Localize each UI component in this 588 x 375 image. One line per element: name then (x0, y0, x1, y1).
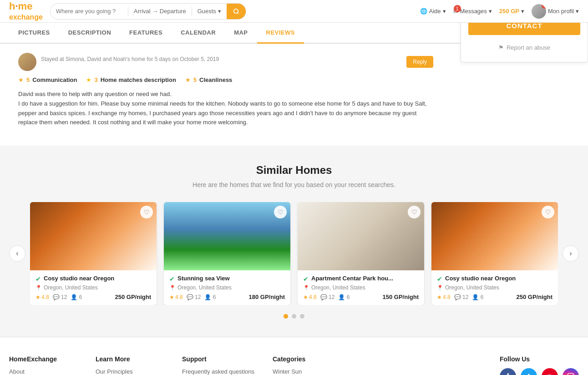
review-body: David was there to help with any questio… (18, 90, 433, 127)
date-range[interactable]: Arrival → Departure (128, 8, 192, 15)
tab-reviews[interactable]: REVIEWS (257, 23, 304, 44)
card-stats-3: ★ 4.8 💬 12 👤 6 (303, 294, 350, 300)
similar-homes-section: Similar Homes Here are the homes that we… (0, 146, 588, 337)
home-card-3[interactable]: ♡ ✔ Apartment Centar Park hou... 📍 Orego… (298, 202, 424, 305)
tab-map[interactable]: MAP (225, 23, 257, 44)
card-price-3: 150 GP/night (383, 294, 419, 300)
pinterest-button[interactable]: p (542, 368, 558, 375)
footer: HomeExchange About Jobs Blog Mobile apps… (0, 337, 588, 375)
flag-icon: ⚑ (498, 44, 504, 51)
search-button[interactable] (227, 3, 246, 20)
card-image-3: ♡ (298, 202, 424, 270)
messages-badge: 1 (454, 5, 461, 12)
header-nav: 🌐 Aide ▾ ✉ 1 Messages ▾ 250 GP ▾ 1 Mon p… (420, 4, 579, 19)
twitter-button[interactable]: t (521, 368, 537, 375)
similar-title: Similar Homes (9, 164, 579, 177)
tab-description[interactable]: DESCRIPTION (59, 23, 120, 44)
card-guests-4: 👤 6 (472, 294, 483, 300)
card-footer-1: ★ 4.8 💬 12 👤 6 250 GP/night (35, 294, 151, 300)
card-location-3: 📍 Oregon, United States (303, 284, 419, 291)
card-title-3: Apartment Centar Park hou... (311, 275, 393, 283)
card-location-4: 📍 Oregon, United States (437, 284, 553, 291)
report-abuse-link[interactable]: ⚑ Report an abuse (468, 41, 580, 55)
footer-link-faq[interactable]: Frequently asked questions (182, 368, 254, 375)
tab-calendar[interactable]: CALENDAR (172, 23, 225, 44)
dot-2[interactable] (292, 314, 296, 319)
gp-nav[interactable]: 250 GP ▾ (499, 8, 524, 15)
card-price-4: 250 GP/night (517, 294, 553, 300)
carousel-next-button[interactable]: › (563, 245, 579, 262)
carousel-prev-button[interactable]: ‹ (9, 245, 25, 262)
home-card-1[interactable]: ♡ ✔ Cosy studio near Oregon 📍 Oregon, Un… (30, 202, 157, 305)
favorite-button-4[interactable]: ♡ (542, 206, 554, 218)
guests-selector[interactable]: Guests ▾ (192, 8, 227, 15)
review-stayed-text: Stayed at Simona, David and Noah's home … (41, 56, 219, 62)
star-icon: ★ (18, 76, 24, 83)
card-guests-3: 👤 6 (338, 294, 350, 300)
instagram-button[interactable] (563, 368, 579, 375)
card-stats-4: ★ 4.8 💬 12 👤 6 (437, 294, 483, 300)
card-title-2: Stunning sea View (177, 275, 230, 283)
footer-link-winter[interactable]: Winter Sun (273, 368, 341, 375)
pin-icon-4: 📍 (437, 285, 443, 291)
logo[interactable]: h·me exchange (9, 1, 43, 21)
card-rating-4: ★ 4.8 (437, 294, 451, 300)
search-input[interactable] (51, 8, 128, 15)
footer-col-learn: Learn More Our Principles How it works G… (96, 355, 164, 375)
svg-rect-2 (568, 374, 573, 375)
review-ratings: ★ 5 Communication ★ 3 Home matches descr… (18, 76, 433, 83)
card-guests-1: 👤 6 (71, 294, 82, 300)
similar-subtitle: Here are the homes that we find for you … (9, 181, 579, 188)
card-price-2: 180 GP/night (249, 294, 285, 300)
card-reviews-4: 💬 12 (454, 294, 469, 300)
review-action-btn[interactable]: Reply (406, 56, 433, 68)
header: h·me exchange Arrival → Departure Guests… (0, 0, 588, 23)
card-stats-1: ★ 4.8 💬 12 👤 6 (35, 294, 82, 300)
tab-pictures[interactable]: PICTURES (9, 23, 59, 44)
rating-label-comm: Communication (32, 76, 77, 83)
card-footer-3: ★ 4.8 💬 12 👤 6 150 GP/night (303, 294, 419, 300)
footer-link-about[interactable]: About (9, 368, 77, 375)
reviewer-avatar (18, 53, 36, 71)
home-card-4[interactable]: ♡ ✔ Cosy studio near Oregon 📍 Oregon, Un… (431, 202, 558, 305)
footer-title-homeexchange: HomeExchange (9, 355, 77, 363)
card-body-3: ✔ Apartment Centar Park hou... 📍 Oregon,… (298, 270, 424, 305)
facebook-button[interactable]: f (500, 368, 516, 375)
rating-stars-match: 3 (94, 76, 97, 83)
aide-nav[interactable]: 🌐 Aide ▾ (420, 8, 446, 15)
carousel: ‹ ♡ ✔ Cosy studio near Oregon 📍 Oregon, … (9, 202, 579, 305)
footer-col-categories: Categories Winter Sun Trip to Europe Pet… (273, 355, 341, 375)
favorite-button-2[interactable]: ♡ (274, 206, 287, 218)
card-location-1: 📍 Oregon, United States (35, 284, 151, 291)
footer-link-principles[interactable]: Our Principles (96, 368, 164, 375)
footer-col-follow: Follow Us f t p (500, 355, 579, 375)
footer-title-categories: Categories (273, 355, 341, 363)
card-footer-4: ★ 4.8 💬 12 👤 6 250 GP/night (437, 294, 553, 300)
profile-nav[interactable]: 1 Mon profil ▾ (532, 4, 579, 19)
card-title-row-1: ✔ Cosy studio near Oregon (35, 275, 151, 283)
card-image-1: ♡ (30, 202, 157, 270)
dot-1[interactable] (284, 314, 288, 319)
footer-col-homeexchange: HomeExchange About Jobs Blog Mobile apps (9, 355, 77, 375)
tab-features[interactable]: FEATURES (120, 23, 172, 44)
messages-nav[interactable]: ✉ 1 Messages ▾ (453, 8, 492, 15)
svg-line-1 (238, 12, 239, 14)
card-title-4: Cosy studio near Oregon (445, 275, 516, 283)
home-card-2[interactable]: ♡ ✔ Stunning sea View 📍 Oregon, United S… (164, 202, 290, 305)
favorite-button-1[interactable]: ♡ (140, 206, 153, 218)
card-stats-2: ★ 4.8 💬 12 👤 6 (169, 294, 216, 300)
dot-3[interactable] (300, 314, 304, 319)
content-row: Stayed at Simona, David and Noah's home … (0, 44, 588, 137)
card-rating-2: ★ 4.8 (169, 294, 183, 300)
card-image-2: ♡ (164, 202, 290, 270)
verified-icon-1: ✔ (35, 275, 41, 283)
card-location-2: 📍 Oregon, United States (169, 284, 285, 291)
card-footer-2: ★ 4.8 💬 12 👤 6 180 GP/night (169, 294, 285, 300)
social-icons: f t p (500, 368, 579, 375)
favorite-button-3[interactable]: ♡ (408, 206, 421, 218)
card-title-1: Cosy studio near Oregon (44, 275, 114, 283)
card-reviews-3: 💬 12 (320, 294, 335, 300)
rating-matches: ★ 3 Home matches description (86, 76, 176, 83)
carousel-dots (9, 314, 579, 319)
footer-grid: HomeExchange About Jobs Blog Mobile apps… (9, 355, 579, 375)
